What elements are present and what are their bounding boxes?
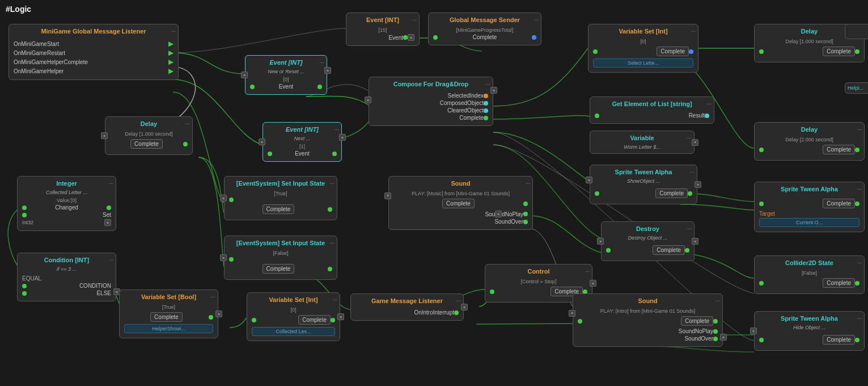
node-title: Delay (757, 125, 862, 134)
node-get-element-list: Get Element of List [string] ... Result (590, 96, 714, 124)
node-menu[interactable]: ... (857, 184, 862, 191)
int32-label: Int32 (22, 220, 33, 225)
node-menu[interactable]: ... (857, 258, 862, 265)
x-button[interactable]: × (461, 304, 468, 311)
port-condition: CONDITION (79, 283, 111, 289)
x-button[interactable]: × (586, 177, 592, 183)
flow-dot (685, 248, 689, 253)
port-onintroint: OnIntroInterrupt (414, 309, 454, 316)
node-menu[interactable]: ... (109, 179, 113, 185)
node-menu[interactable]: ... (330, 179, 335, 185)
node-menu[interactable]: ... (707, 99, 712, 106)
x-button-right[interactable]: × (720, 334, 727, 341)
x-button[interactable]: × (220, 195, 227, 202)
exec-out (454, 311, 459, 315)
x-button-right[interactable]: × (692, 238, 698, 245)
node-menu[interactable]: ... (687, 224, 692, 230)
x-button[interactable]: × (750, 328, 757, 334)
param-label: [False] (759, 270, 859, 276)
flow-dot (855, 148, 859, 152)
node-sprite-tween-show: Sprite Tween Alpha ShowObject ... ... Co… (590, 165, 697, 204)
complete-port: Complete (262, 204, 295, 214)
flow-out: ▶ (168, 40, 173, 48)
x-button[interactable]: × (569, 310, 575, 317)
x-button[interactable]: × (220, 254, 227, 261)
param-label: PLAY: [Intro] from [Mini-Game 01 Sounds] (578, 308, 718, 314)
node-menu[interactable]: ... (456, 296, 461, 303)
node-menu[interactable]: ... (690, 167, 695, 174)
node-variable-bool: Variable Set [Bool] ... [True] Complete … (119, 290, 218, 338)
node-menu[interactable]: ... (330, 238, 335, 245)
node-partial-right: Va... (845, 24, 868, 39)
node-delay1: Delay ... Delay [1.000 second] Complete … (105, 116, 193, 155)
node-title: [EventSystem] Set Input State (227, 179, 335, 188)
node-menu[interactable]: ... (715, 296, 720, 303)
node-menu[interactable]: ... (333, 295, 337, 301)
flow-dot (523, 212, 528, 216)
exec-out (317, 85, 322, 89)
node-sub: Next ... (265, 136, 339, 141)
port-dot (484, 108, 488, 113)
port-onminigamehelper: OnMiniGameHelper (14, 68, 63, 74)
param-label: [0] (250, 77, 322, 82)
exec-in (759, 202, 764, 206)
x-button[interactable]: × (408, 34, 414, 41)
x-button[interactable]: × (590, 280, 596, 287)
partial-label: Helpi... (848, 85, 868, 91)
node-sub: Worm Letter $... (592, 144, 692, 150)
value-label: Value:[0] (22, 198, 111, 203)
x-button[interactable]: × (101, 132, 108, 139)
node-menu[interactable]: ... (486, 79, 490, 86)
x-button[interactable]: × (495, 211, 502, 217)
node-sprite-tween-hide: Sprite Tween Alpha Hide Object ... ... C… (754, 311, 865, 351)
port-selectedindex: SelectedIndex (448, 93, 484, 99)
exec-in (268, 152, 272, 156)
x-button[interactable]: × (215, 311, 222, 317)
port-soundnoplay: SoundNoPlay (679, 328, 713, 334)
node-menu[interactable]: ... (857, 314, 862, 320)
param-label: [True] (229, 191, 332, 196)
exec-in (252, 318, 256, 322)
equal-label: EQUAL (22, 275, 41, 282)
node-menu[interactable]: ... (585, 267, 590, 273)
node-menu[interactable]: ... (857, 125, 862, 131)
x-button[interactable]: × (104, 219, 111, 226)
node-title: [EventSystem] Set Input State (227, 238, 335, 247)
node-menu[interactable]: ... (687, 133, 692, 140)
page-title: #Logic (6, 5, 31, 14)
node-menu[interactable]: ... (211, 292, 215, 299)
x-button-right[interactable]: × (490, 87, 497, 94)
x-button[interactable]: × (692, 139, 698, 146)
node-menu[interactable]: ... (691, 27, 696, 33)
node-menu[interactable]: ... (335, 125, 339, 131)
x-button[interactable]: × (365, 96, 371, 103)
param-label: Delay [1.000 second] (759, 39, 859, 44)
port-onminigamerestart: OnMiniGameRestart (14, 50, 65, 56)
x-button-left[interactable]: × (241, 72, 248, 78)
x-button[interactable]: × (597, 238, 604, 245)
x-button[interactable]: × (324, 67, 331, 74)
node-sub: Collected Letter ... (20, 190, 113, 195)
complete-port: Complete (823, 199, 855, 208)
node-menu[interactable]: ... (185, 119, 190, 125)
node-variable-worm: Variable Worm Letter $... ... × (590, 131, 695, 154)
node-menu[interactable]: ... (412, 15, 417, 22)
node-menu[interactable]: ... (320, 58, 324, 64)
node-menu[interactable]: ... (109, 255, 113, 262)
node-event-int-top: Event [INT] ... [15] Event × (346, 12, 420, 46)
node-sub: Destroy Object ... (604, 235, 692, 241)
x-button[interactable]: × (339, 134, 346, 141)
port-composedobject: ComposedObject (440, 100, 484, 106)
x-button[interactable]: × (337, 313, 344, 320)
node-menu[interactable]: ... (526, 179, 530, 185)
flow-dot (688, 191, 692, 196)
flow-dot (855, 338, 859, 342)
node-menu[interactable]: ... (534, 15, 539, 22)
node-menu[interactable]: ... (171, 27, 176, 33)
port-onminigamehelpercomplete: OnMiniGameHelperComplete (14, 59, 88, 65)
x-button-left[interactable]: × (259, 139, 265, 145)
x-button-right[interactable]: × (695, 181, 701, 188)
node-title: Va... (848, 27, 868, 35)
x-button[interactable]: × (384, 192, 391, 199)
node-sub: if == 3 ... (20, 266, 113, 272)
